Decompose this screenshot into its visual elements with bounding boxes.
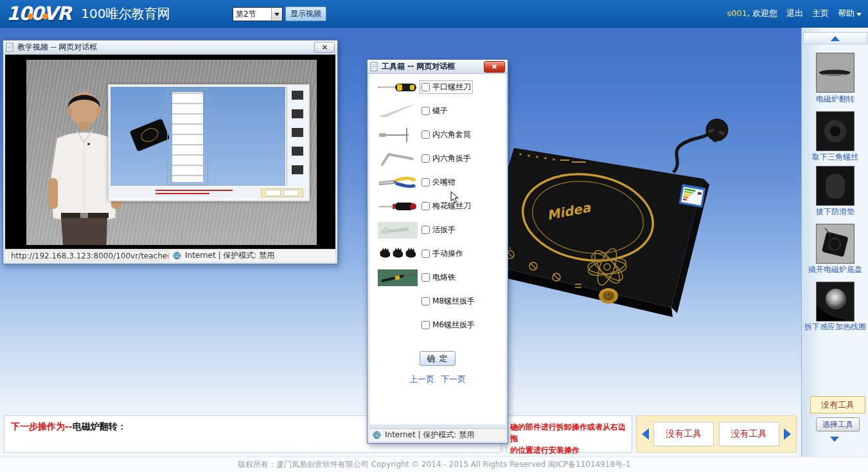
tool-checkbox-hex-key[interactable] (421, 154, 430, 163)
video-dialog-title: 教学视频 -- 网页对话框 (17, 42, 97, 53)
close-button[interactable] (314, 42, 335, 53)
username: s001 (727, 8, 747, 18)
step-label[interactable]: 撬开电磁炉底盘 (802, 264, 868, 275)
step-thumbnail-remove-pad[interactable] (816, 166, 855, 206)
security-zone-text: Internet | 保护模式: 禁用 (185, 250, 274, 261)
prev-page-link[interactable]: 上一页 (409, 374, 434, 385)
footer: 版权所有：厦门凤凰创壹软件有限公司 Copyright © 2014 - 201… (0, 457, 868, 472)
tool-slot-panel: 没有工具 没有工具 (636, 415, 797, 453)
needle-nose-pliers-image (369, 174, 420, 191)
video-player[interactable] (5, 55, 335, 250)
logout-link[interactable]: 退出 (786, 8, 803, 19)
tool-row: 电烙铁 (369, 266, 506, 289)
mini-sidebar (287, 87, 308, 186)
step-label[interactable]: 取下三角螺丝 (802, 152, 868, 163)
power-plug (706, 119, 728, 142)
scroll-down-button[interactable] (830, 442, 839, 454)
tool-checkbox-pliers[interactable] (421, 178, 430, 186)
arrow-up-icon (831, 36, 840, 41)
no-tool-indicator[interactable]: 没有工具 (810, 396, 865, 413)
mini-cooker-model (130, 118, 170, 152)
step-thumbnail-remove-coil[interactable] (816, 282, 855, 322)
hint-line-1: 确的部件进行拆卸操作或者从右边拖 (510, 421, 630, 444)
tool-checkbox-soldering-iron[interactable] (421, 273, 430, 282)
dropdown-arrow-icon[interactable] (271, 8, 282, 20)
tool-row: 镊子 (369, 99, 506, 123)
energy-label (679, 184, 706, 208)
step-label[interactable]: 拆下感应加热线圈 (802, 322, 868, 332)
globe-icon (373, 431, 381, 439)
logo[interactable]: 100VR (6, 3, 71, 24)
hint-line-2: 的位置进行安装操作 (510, 444, 630, 456)
adjustable-wrench-image (369, 222, 420, 239)
tool-checkbox-hex-socket[interactable] (421, 131, 430, 139)
power-button[interactable] (599, 288, 618, 304)
step-label[interactable]: 拔下防滑垫 (802, 206, 868, 217)
tweezers-image (369, 103, 420, 120)
mouse-cursor (450, 191, 459, 204)
mini-3d-viewport (111, 87, 285, 186)
tool-slot-1[interactable]: 没有工具 (653, 422, 714, 446)
video-dialog-statusbar: http://192.168.3.123:8000/100vr/teacher/… (5, 249, 335, 262)
tool-checkbox-manual[interactable] (421, 250, 430, 258)
tool-row: M8螺丝扳手 (369, 289, 506, 313)
confirm-button[interactable]: 确 定 (420, 351, 456, 366)
close-button[interactable] (484, 61, 505, 73)
logo-dot-icon (28, 14, 33, 19)
tool-checkbox-torx-screwdriver[interactable] (421, 202, 430, 210)
welcome-text: s001, 欢迎您 (727, 8, 777, 19)
next-page-link[interactable]: 下一页 (441, 374, 466, 385)
document-icon (6, 42, 14, 52)
tool-row: 平口螺丝刀 (369, 75, 506, 99)
hex-key-image (369, 150, 420, 167)
home-link[interactable]: 主页 (812, 8, 829, 19)
power-cord (673, 134, 709, 172)
section-dropdown[interactable]: 第2节 (233, 7, 283, 21)
video-dialog: 教学视频 -- 网页对话框 (3, 40, 338, 264)
header-bar: 100VR 100唯尔教育网 第2节 显示视频 s001, 欢迎您 退出 主页 … (0, 0, 868, 28)
logo-text: 100VR (6, 3, 71, 24)
pager: 上一页 下一页 (369, 374, 506, 385)
hands-image (369, 246, 420, 262)
toolbox-dialog-statusbar: Internet | 保护模式: 禁用 (369, 428, 506, 441)
tool-row: 活扳手 (369, 218, 506, 242)
help-link[interactable]: 帮助 (838, 8, 862, 19)
tool-checkbox-wrench[interactable] (421, 226, 430, 234)
tool-slot-2[interactable]: 没有工具 (719, 422, 779, 446)
show-video-button[interactable]: 显示视频 (285, 6, 326, 21)
scroll-up-button[interactable] (803, 32, 867, 44)
tool-checkbox-tweezers[interactable] (421, 107, 430, 115)
slot-next-arrow[interactable] (784, 428, 791, 440)
toolbox-dialog: 工具箱 -- 网页对话框 平口螺丝刀 (367, 59, 508, 444)
tool-label: 镊子 (432, 105, 448, 116)
slot-prev-arrow[interactable] (642, 428, 649, 440)
tool-checkbox-m6-wrench[interactable] (421, 321, 430, 329)
section-dropdown-value: 第2节 (233, 9, 271, 20)
steps-sidebar: 电磁炉翻转 取下三角螺丝 拔下防滑垫 撬开电磁炉底盘 拆下感应加热线圈 没有工具… (801, 27, 868, 457)
logo-dot-icon (42, 14, 48, 19)
step-thumbnail-pry-base[interactable] (816, 224, 855, 264)
toolbox-dialog-titlebar[interactable]: 工具箱 -- 网页对话框 (368, 60, 508, 74)
video-dialog-titlebar[interactable]: 教学视频 -- 网页对话框 (3, 41, 337, 55)
site-name: 100唯尔教育网 (81, 5, 170, 23)
tool-row: 手动操作 (369, 242, 506, 266)
tool-checkbox-m8-wrench[interactable] (421, 297, 430, 305)
cooker-top-face (479, 148, 704, 307)
operation-hint-box: 确的部件进行拆卸操作或者从右边拖 的位置进行安装操作 (506, 415, 632, 453)
mini-bottom-bar (111, 187, 307, 197)
tool-label: 内六角扳手 (432, 153, 471, 164)
tool-label: M6螺丝扳手 (432, 320, 475, 331)
tool-checkbox-flat-screwdriver[interactable] (421, 83, 430, 91)
tool-label: 电烙铁 (432, 272, 456, 283)
globe-icon (173, 251, 181, 260)
step-label[interactable]: 电磁炉翻转 (802, 94, 868, 105)
tool-row: 内六角套筒 (369, 123, 506, 147)
close-icon (322, 44, 328, 50)
select-tool-button[interactable]: 选择工具 (816, 417, 860, 431)
step-thumbnail-flip-cooker[interactable] (816, 53, 855, 93)
step-thumbnail-remove-screw[interactable] (816, 111, 855, 151)
tool-label: 平口螺丝刀 (432, 82, 471, 93)
status-url: http://192.168.3.123:8000/100vr/teacher/… (8, 251, 169, 260)
tool-label: 手动操作 (432, 248, 463, 259)
tool-row: 尖嘴钳 (369, 170, 506, 194)
